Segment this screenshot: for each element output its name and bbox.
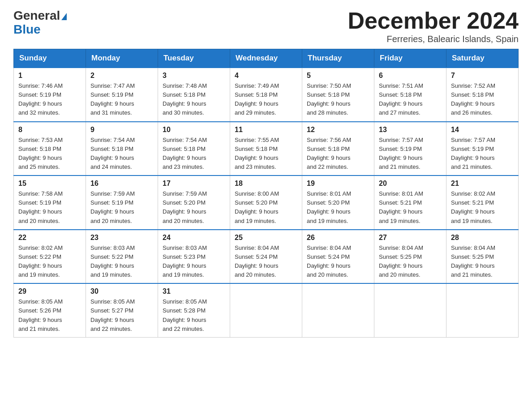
calendar-cell: 1Sunrise: 7:46 AMSunset: 5:19 PMDaylight… bbox=[14, 68, 86, 122]
day-info: Sunrise: 7:53 AMSunset: 5:18 PMDaylight:… bbox=[18, 136, 81, 172]
calendar-cell: 13Sunrise: 7:57 AMSunset: 5:19 PMDayligh… bbox=[374, 122, 446, 176]
day-info: Sunrise: 7:56 AMSunset: 5:18 PMDaylight:… bbox=[307, 136, 369, 172]
col-header-thursday: Thursday bbox=[302, 49, 374, 68]
day-number: 29 bbox=[18, 287, 81, 295]
day-info: Sunrise: 7:59 AMSunset: 5:19 PMDaylight:… bbox=[90, 189, 153, 226]
logo-general-text: General bbox=[13, 9, 67, 23]
calendar-cell: 8Sunrise: 7:53 AMSunset: 5:18 PMDaylight… bbox=[14, 122, 86, 176]
day-number: 7 bbox=[451, 72, 514, 80]
calendar-cell bbox=[446, 283, 519, 337]
title-section: December 2024 Ferreries, Balearic Island… bbox=[348, 9, 519, 44]
col-header-sunday: Sunday bbox=[14, 49, 86, 68]
day-number: 28 bbox=[451, 234, 514, 242]
calendar-cell: 4Sunrise: 7:49 AMSunset: 5:18 PMDaylight… bbox=[230, 68, 302, 122]
day-number: 31 bbox=[163, 287, 225, 295]
day-info: Sunrise: 7:54 AMSunset: 5:18 PMDaylight:… bbox=[90, 136, 153, 172]
calendar-cell: 2Sunrise: 7:47 AMSunset: 5:19 PMDaylight… bbox=[86, 68, 158, 122]
day-info: Sunrise: 7:59 AMSunset: 5:20 PMDaylight:… bbox=[163, 189, 225, 226]
day-info: Sunrise: 7:57 AMSunset: 5:19 PMDaylight:… bbox=[379, 136, 442, 172]
day-number: 26 bbox=[307, 234, 369, 242]
calendar-cell: 22Sunrise: 8:02 AMSunset: 5:22 PMDayligh… bbox=[14, 230, 86, 284]
location-subtitle: Ferreries, Balearic Islands, Spain bbox=[348, 34, 519, 44]
calendar-cell: 18Sunrise: 8:00 AMSunset: 5:20 PMDayligh… bbox=[230, 176, 302, 230]
day-number: 22 bbox=[18, 234, 81, 242]
calendar-cell: 7Sunrise: 7:52 AMSunset: 5:18 PMDaylight… bbox=[446, 68, 519, 122]
calendar-cell: 24Sunrise: 8:03 AMSunset: 5:23 PMDayligh… bbox=[158, 230, 230, 284]
day-number: 10 bbox=[163, 126, 225, 134]
day-number: 11 bbox=[235, 126, 297, 134]
day-info: Sunrise: 7:52 AMSunset: 5:18 PMDaylight:… bbox=[451, 81, 514, 118]
day-info: Sunrise: 8:04 AMSunset: 5:24 PMDaylight:… bbox=[235, 244, 297, 280]
calendar-cell: 16Sunrise: 7:59 AMSunset: 5:19 PMDayligh… bbox=[86, 176, 158, 230]
day-info: Sunrise: 8:02 AMSunset: 5:22 PMDaylight:… bbox=[18, 244, 81, 280]
day-info: Sunrise: 7:49 AMSunset: 5:18 PMDaylight:… bbox=[235, 81, 297, 118]
calendar-cell: 14Sunrise: 7:57 AMSunset: 5:19 PMDayligh… bbox=[446, 122, 519, 176]
day-number: 30 bbox=[90, 287, 153, 295]
day-info: Sunrise: 8:03 AMSunset: 5:23 PMDaylight:… bbox=[163, 244, 225, 280]
day-number: 25 bbox=[235, 234, 297, 242]
day-number: 27 bbox=[379, 234, 442, 242]
day-info: Sunrise: 8:05 AMSunset: 5:28 PMDaylight:… bbox=[163, 297, 225, 334]
calendar-cell: 29Sunrise: 8:05 AMSunset: 5:26 PMDayligh… bbox=[14, 283, 86, 337]
day-info: Sunrise: 7:50 AMSunset: 5:18 PMDaylight:… bbox=[307, 81, 369, 118]
calendar-cell: 20Sunrise: 8:01 AMSunset: 5:21 PMDayligh… bbox=[374, 176, 446, 230]
day-info: Sunrise: 8:04 AMSunset: 5:25 PMDaylight:… bbox=[451, 244, 514, 280]
week-row-3: 15Sunrise: 7:58 AMSunset: 5:19 PMDayligh… bbox=[14, 176, 519, 230]
day-info: Sunrise: 7:46 AMSunset: 5:19 PMDaylight:… bbox=[18, 81, 81, 118]
calendar-cell bbox=[302, 283, 374, 337]
week-row-5: 29Sunrise: 8:05 AMSunset: 5:26 PMDayligh… bbox=[14, 283, 519, 337]
logo: General Blue bbox=[13, 9, 67, 37]
day-info: Sunrise: 7:54 AMSunset: 5:18 PMDaylight:… bbox=[163, 136, 225, 172]
calendar-cell: 21Sunrise: 8:02 AMSunset: 5:21 PMDayligh… bbox=[446, 176, 519, 230]
day-number: 24 bbox=[163, 234, 225, 242]
day-number: 4 bbox=[235, 72, 297, 80]
calendar-cell: 17Sunrise: 7:59 AMSunset: 5:20 PMDayligh… bbox=[158, 176, 230, 230]
day-number: 8 bbox=[18, 126, 81, 134]
day-info: Sunrise: 7:55 AMSunset: 5:18 PMDaylight:… bbox=[235, 136, 297, 172]
col-header-wednesday: Wednesday bbox=[230, 49, 302, 68]
calendar-cell: 10Sunrise: 7:54 AMSunset: 5:18 PMDayligh… bbox=[158, 122, 230, 176]
col-header-tuesday: Tuesday bbox=[158, 49, 230, 68]
day-number: 13 bbox=[379, 126, 442, 134]
calendar-cell: 30Sunrise: 8:05 AMSunset: 5:27 PMDayligh… bbox=[86, 283, 158, 337]
calendar-cell: 12Sunrise: 7:56 AMSunset: 5:18 PMDayligh… bbox=[302, 122, 374, 176]
calendar-cell: 6Sunrise: 7:51 AMSunset: 5:18 PMDaylight… bbox=[374, 68, 446, 122]
day-info: Sunrise: 7:57 AMSunset: 5:19 PMDaylight:… bbox=[451, 136, 514, 172]
day-info: Sunrise: 8:05 AMSunset: 5:27 PMDaylight:… bbox=[90, 297, 153, 334]
day-number: 12 bbox=[307, 126, 369, 134]
day-info: Sunrise: 7:47 AMSunset: 5:19 PMDaylight:… bbox=[90, 81, 153, 118]
day-number: 20 bbox=[379, 180, 442, 188]
day-info: Sunrise: 8:04 AMSunset: 5:24 PMDaylight:… bbox=[307, 244, 369, 280]
day-info: Sunrise: 7:48 AMSunset: 5:18 PMDaylight:… bbox=[163, 81, 225, 118]
logo-blue-text: Blue bbox=[13, 23, 41, 37]
calendar-cell: 9Sunrise: 7:54 AMSunset: 5:18 PMDaylight… bbox=[86, 122, 158, 176]
calendar-cell: 15Sunrise: 7:58 AMSunset: 5:19 PMDayligh… bbox=[14, 176, 86, 230]
day-number: 1 bbox=[18, 72, 81, 80]
day-number: 21 bbox=[451, 180, 514, 188]
day-number: 18 bbox=[235, 180, 297, 188]
day-number: 23 bbox=[90, 234, 153, 242]
day-info: Sunrise: 8:01 AMSunset: 5:21 PMDaylight:… bbox=[379, 189, 442, 226]
calendar-cell: 11Sunrise: 7:55 AMSunset: 5:18 PMDayligh… bbox=[230, 122, 302, 176]
day-info: Sunrise: 8:00 AMSunset: 5:20 PMDaylight:… bbox=[235, 189, 297, 226]
day-info: Sunrise: 8:01 AMSunset: 5:20 PMDaylight:… bbox=[307, 189, 369, 226]
calendar-cell: 25Sunrise: 8:04 AMSunset: 5:24 PMDayligh… bbox=[230, 230, 302, 284]
calendar-cell: 27Sunrise: 8:04 AMSunset: 5:25 PMDayligh… bbox=[374, 230, 446, 284]
col-header-monday: Monday bbox=[86, 49, 158, 68]
calendar-header-row: SundayMondayTuesdayWednesdayThursdayFrid… bbox=[14, 49, 519, 68]
calendar-cell: 28Sunrise: 8:04 AMSunset: 5:25 PMDayligh… bbox=[446, 230, 519, 284]
day-number: 19 bbox=[307, 180, 369, 188]
day-number: 3 bbox=[163, 72, 225, 80]
day-number: 5 bbox=[307, 72, 369, 80]
day-info: Sunrise: 8:03 AMSunset: 5:22 PMDaylight:… bbox=[90, 244, 153, 280]
day-number: 15 bbox=[18, 180, 81, 188]
week-row-2: 8Sunrise: 7:53 AMSunset: 5:18 PMDaylight… bbox=[14, 122, 519, 176]
day-info: Sunrise: 8:05 AMSunset: 5:26 PMDaylight:… bbox=[18, 297, 81, 334]
calendar-cell: 19Sunrise: 8:01 AMSunset: 5:20 PMDayligh… bbox=[302, 176, 374, 230]
col-header-saturday: Saturday bbox=[446, 49, 519, 68]
calendar-cell: 23Sunrise: 8:03 AMSunset: 5:22 PMDayligh… bbox=[86, 230, 158, 284]
col-header-friday: Friday bbox=[374, 49, 446, 68]
month-title: December 2024 bbox=[348, 9, 519, 32]
calendar-cell: 3Sunrise: 7:48 AMSunset: 5:18 PMDaylight… bbox=[158, 68, 230, 122]
calendar-cell: 26Sunrise: 8:04 AMSunset: 5:24 PMDayligh… bbox=[302, 230, 374, 284]
